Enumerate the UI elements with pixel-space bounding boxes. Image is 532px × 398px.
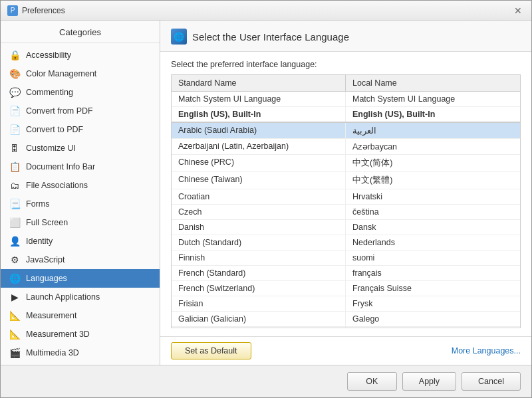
sidebar-item-label-full-screen: Full Screen bbox=[26, 218, 68, 227]
dialog-title: Preferences bbox=[22, 6, 65, 15]
table-row[interactable]: French (Standard)français bbox=[172, 266, 520, 281]
main-panel-icon: 🌐 bbox=[171, 29, 187, 45]
sidebar-item-convert-to-pdf[interactable]: 📄Convert to PDF bbox=[1, 120, 160, 139]
cell-local-10: suomi bbox=[346, 250, 520, 265]
preferences-dialog: P Preferences ✕ Categories 🔒Accessibilit… bbox=[0, 0, 532, 398]
cell-standard-6: Croatian bbox=[172, 189, 346, 204]
sidebar-item-customize-ui[interactable]: 🎛Customize UI bbox=[1, 139, 160, 157]
cell-local-9: Nederlands bbox=[346, 235, 520, 250]
sidebar-item-commenting[interactable]: 💬Commenting bbox=[1, 83, 160, 102]
content-area: Categories 🔒Accessibility🎨Color Manageme… bbox=[1, 21, 531, 365]
title-bar-left: P Preferences bbox=[7, 5, 65, 16]
cancel-button[interactable]: Cancel bbox=[462, 372, 521, 391]
sidebar-item-forms[interactable]: 📃Forms bbox=[1, 195, 160, 213]
cell-local-12: Français Suisse bbox=[346, 281, 520, 296]
app-icon: P bbox=[7, 5, 18, 16]
sidebar-item-label-convert-to-pdf: Convert to PDF bbox=[26, 125, 83, 134]
javascript-icon: ⚙ bbox=[9, 254, 21, 266]
apply-button[interactable]: Apply bbox=[402, 372, 456, 391]
cell-standard-5: Chinese (Taiwan) bbox=[172, 172, 346, 189]
ok-button[interactable]: OK bbox=[347, 372, 397, 391]
full-screen-icon: ⬜ bbox=[9, 217, 21, 229]
cell-standard-8: Danish bbox=[172, 220, 346, 235]
table-row[interactable]: Galician (Galician)Galego bbox=[172, 312, 520, 327]
cell-local-2: العربية bbox=[346, 123, 520, 138]
sidebar-item-measurement-3d[interactable]: 📐Measurement 3D bbox=[1, 325, 160, 344]
table-header: Standard Name Local Name bbox=[172, 75, 520, 92]
cell-local-1: English (US), Built-In bbox=[346, 107, 520, 122]
sidebar-item-file-associations[interactable]: 🗂File Associations bbox=[1, 176, 160, 195]
table-row[interactable]: Czechčeština bbox=[172, 205, 520, 220]
sidebar-item-measurement[interactable]: 📐Measurement bbox=[1, 306, 160, 325]
cell-standard-10: Finnish bbox=[172, 250, 346, 265]
sidebar-header: Categories bbox=[1, 21, 160, 43]
sidebar-item-convert-from-pdf[interactable]: 📄Convert from PDF bbox=[1, 102, 160, 120]
cell-local-0: Match System UI Language bbox=[346, 92, 520, 106]
cell-standard-12: French (Switzerland) bbox=[172, 281, 346, 296]
sidebar-item-label-forms: Forms bbox=[26, 199, 49, 209]
table-row[interactable]: Arabic (Saudi Arabia)العربية bbox=[172, 123, 520, 139]
table-row[interactable]: Dutch (Standard)Nederlands bbox=[172, 235, 520, 250]
cell-local-15: Deutsch bbox=[346, 327, 520, 328]
table-body: Match System UI LanguageMatch System UI … bbox=[172, 92, 520, 328]
cell-local-3: Azərbaycan bbox=[346, 139, 520, 154]
accessibility-icon: 🔒 bbox=[9, 49, 21, 61]
cell-standard-7: Czech bbox=[172, 205, 346, 219]
table-row[interactable]: Chinese (PRC)中文(简体) bbox=[172, 155, 520, 172]
cell-local-4: 中文(简体) bbox=[346, 155, 520, 171]
color-management-icon: 🎨 bbox=[9, 68, 21, 80]
main-panel-header: 🌐 Select the User Interface Language bbox=[160, 21, 531, 52]
sidebar-item-full-screen[interactable]: ⬜Full Screen bbox=[1, 213, 160, 232]
close-button[interactable]: ✕ bbox=[511, 4, 525, 17]
convert-to-pdf-icon: 📄 bbox=[9, 124, 21, 136]
cell-standard-9: Dutch (Standard) bbox=[172, 235, 346, 250]
sidebar-item-launch-applications[interactable]: ▶Launch Applications bbox=[1, 288, 160, 306]
column-header-local: Local Name bbox=[346, 75, 520, 91]
title-bar: P Preferences ✕ bbox=[1, 1, 531, 21]
sidebar-item-languages[interactable]: 🌐Languages bbox=[1, 269, 160, 288]
cell-local-13: Frysk bbox=[346, 296, 520, 311]
sidebar-item-label-accessibility: Accessibility bbox=[26, 50, 71, 60]
table-row[interactable]: Match System UI LanguageMatch System UI … bbox=[172, 92, 520, 107]
multimedia-3d-icon: 🎬 bbox=[9, 347, 21, 359]
table-row[interactable]: German (Standard)Deutsch bbox=[172, 327, 520, 328]
table-row[interactable]: Azerbaijani (Latin, Azerbaijan)Azərbayca… bbox=[172, 139, 520, 155]
sidebar-item-label-javascript: JavaScript bbox=[26, 255, 65, 264]
sidebar-item-label-measurement-3d: Measurement 3D bbox=[26, 330, 90, 339]
section-label: Select the preferred interface language: bbox=[171, 60, 521, 69]
sidebar-item-javascript[interactable]: ⚙JavaScript bbox=[1, 250, 160, 269]
cell-local-7: čeština bbox=[346, 205, 520, 219]
cell-local-11: français bbox=[346, 266, 520, 280]
table-row[interactable]: CroatianHrvatski bbox=[172, 189, 520, 205]
table-row[interactable]: FrisianFrysk bbox=[172, 296, 520, 312]
sidebar-item-identity[interactable]: 👤Identity bbox=[1, 232, 160, 250]
sidebar-item-label-color-management: Color Management bbox=[26, 69, 96, 78]
convert-from-pdf-icon: 📄 bbox=[9, 105, 21, 117]
cell-standard-15: German (Standard) bbox=[172, 327, 346, 328]
cell-standard-14: Galician (Galician) bbox=[172, 312, 346, 326]
sidebar-item-accessibility[interactable]: 🔒Accessibility bbox=[1, 46, 160, 64]
table-row[interactable]: French (Switzerland)Français Suisse bbox=[172, 281, 520, 296]
cell-local-8: Dansk bbox=[346, 220, 520, 235]
cell-standard-2: Arabic (Saudi Arabia) bbox=[172, 123, 346, 138]
sidebar-item-multimedia-3d[interactable]: 🎬Multimedia 3D bbox=[1, 344, 160, 362]
sidebar-list: 🔒Accessibility🎨Color Management💬Commenti… bbox=[1, 43, 160, 365]
sidebar-item-label-file-associations: File Associations bbox=[26, 181, 88, 190]
main-panel-title: Select the User Interface Language bbox=[192, 31, 349, 43]
table-row[interactable]: DanishDansk bbox=[172, 220, 520, 235]
more-languages-link[interactable]: More Languages... bbox=[452, 346, 521, 355]
sidebar-item-label-measurement: Measurement bbox=[26, 311, 76, 320]
sidebar-item-label-languages: Languages bbox=[26, 274, 67, 283]
column-header-standard: Standard Name bbox=[172, 75, 346, 91]
launch-applications-icon: ▶ bbox=[9, 291, 21, 303]
table-row[interactable]: Chinese (Taiwan)中文(繁體) bbox=[172, 172, 520, 189]
sidebar-item-label-identity: Identity bbox=[26, 237, 53, 246]
sidebar-item-document-info-bar[interactable]: 📋Document Info Bar bbox=[1, 157, 160, 176]
sidebar-item-color-management[interactable]: 🎨Color Management bbox=[1, 64, 160, 83]
set-default-button[interactable]: Set as Default bbox=[171, 342, 251, 359]
table-row[interactable]: Finnishsuomi bbox=[172, 250, 520, 266]
table-row[interactable]: English (US), Built-InEnglish (US), Buil… bbox=[172, 107, 520, 123]
cell-local-14: Galego bbox=[346, 312, 520, 326]
measurement-icon: 📐 bbox=[9, 310, 21, 322]
file-associations-icon: 🗂 bbox=[9, 179, 21, 191]
